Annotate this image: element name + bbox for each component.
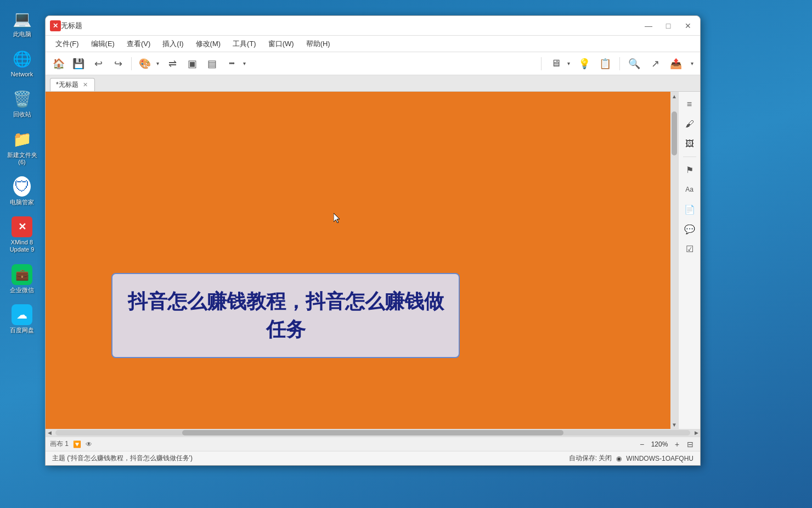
text-style-button[interactable]: Aa — [681, 181, 698, 198]
app-icon: ✕ — [50, 20, 61, 31]
mind-node-line2: 任务 — [266, 318, 306, 340]
desktop-icon-xmind-label: XMind 8 Update 9 — [10, 239, 35, 253]
main-content: 抖音怎么赚钱教程，抖音怎么赚钱做 任务 ▲ ▼ ≡ 🖌 🖼 ⚑ Aa 📄 — [46, 92, 700, 429]
auto-save-status: 自动保存: 关闭 — [569, 454, 612, 463]
desktop-icon-pc-manager[interactable]: 🛡 电脑管家 — [2, 174, 42, 208]
menu-tools[interactable]: 工具(T) — [227, 37, 262, 51]
undo-button[interactable]: ↩ — [89, 55, 107, 72]
close-button[interactable]: ✕ — [680, 20, 696, 31]
desktop-icon-recycle-label: 回收站 — [13, 111, 31, 118]
view-icon[interactable]: 👁 — [86, 440, 92, 448]
mind-node-text: 抖音怎么赚钱教程，抖音怎么赚钱做 任务 — [128, 288, 444, 343]
toolbar-separator-3 — [619, 57, 620, 70]
more-button[interactable]: ••• — [223, 55, 240, 72]
desktop-icon-folder-label: 新建文件夹 (6) — [7, 152, 37, 166]
scroll-up-arrow[interactable]: ▲ — [670, 92, 678, 101]
xmind-icon: ✕ — [11, 216, 33, 238]
more-arrow[interactable]: ▾ — [240, 55, 248, 72]
bulb-button[interactable]: 💡 — [576, 55, 593, 72]
canvas-area[interactable]: 抖音怎么赚钱教程，抖音怎么赚钱做 任务 — [46, 92, 670, 429]
present-arrow[interactable]: ▾ — [565, 55, 572, 72]
mind-node-line1: 抖音怎么赚钱教程，抖音怎么赚钱做 — [128, 290, 444, 312]
filter-icon[interactable]: 🔽 — [73, 440, 81, 448]
image-button[interactable]: 🖼 — [681, 136, 698, 152]
maximize-button[interactable]: □ — [661, 20, 676, 31]
bg-color-button[interactable]: 🎨 — [136, 55, 154, 72]
right-panel-separator-1 — [683, 157, 696, 157]
export-arrow[interactable]: ▾ — [688, 55, 696, 72]
desktop-icon-this-pc-label: 此电脑 — [13, 31, 31, 38]
notes-button[interactable]: 📋 — [596, 55, 614, 72]
status-left: 主题 ('抖音怎么赚钱教程，抖音怎么赚钱做任务') — [52, 454, 569, 463]
outline-button[interactable]: ≡ — [681, 96, 698, 113]
toolbar: 🏠 💾 ↩ ↪ 🎨 ▾ ⇌ ▣ ▤ ••• ▾ 🖥 ▾ — [46, 52, 700, 75]
tab-label: *无标题 — [56, 80, 78, 90]
save-button[interactable]: 💾 — [70, 55, 87, 72]
scroll-thumb[interactable] — [672, 111, 677, 155]
this-pc-icon: 💻 — [11, 8, 33, 30]
title-bar: ✕ 无标题 — □ ✕ — [46, 16, 700, 36]
scroll-down-arrow[interactable]: ▼ — [670, 420, 678, 429]
pc-manager-icon: 🛡 — [11, 176, 33, 198]
desktop-icon-qq[interactable]: ☁ 百度网盘 — [2, 302, 42, 336]
desktop-icon-new-folder[interactable]: 📁 新建文件夹 (6) — [2, 126, 42, 168]
horizontal-scroll-thumb[interactable] — [182, 430, 563, 436]
minimize-button[interactable]: — — [641, 20, 656, 31]
folder-icon: 📁 — [11, 129, 33, 150]
desktop-icon-wecom-label: 企业微信 — [10, 287, 34, 294]
menu-modify[interactable]: 修改(M) — [190, 37, 227, 51]
desktop: 💻 此电脑 🌐 Network 🗑️ 回收站 📁 新建文件夹 (6) 🛡 电脑管… — [0, 0, 812, 508]
tab-close-button[interactable]: ✕ — [82, 81, 89, 88]
present-group: 🖥 ▾ — [547, 55, 572, 72]
image-placeholder-button[interactable]: ▣ — [183, 55, 201, 72]
search-button[interactable]: 🔍 — [625, 55, 643, 72]
share-button[interactable]: ↗ — [646, 55, 664, 72]
mind-map-node[interactable]: 抖音怎么赚钱教程，抖音怎么赚钱做 任务 — [111, 273, 460, 358]
exchange-button[interactable]: ⇌ — [163, 55, 181, 72]
desktop-icon-qq-label: 百度网盘 — [10, 327, 34, 334]
scroll-left-arrow[interactable]: ◀ — [46, 429, 53, 437]
qq-icon: ☁ — [11, 304, 33, 326]
bg-color-group: 🎨 ▾ — [136, 55, 161, 72]
brush-button[interactable]: 🖌 — [681, 116, 698, 132]
menu-window[interactable]: 窗口(W) — [263, 37, 300, 51]
desktop-icon-wecom[interactable]: 💼 企业微信 — [2, 261, 42, 296]
vertical-scrollbar[interactable]: ▲ ▼ — [670, 92, 678, 429]
redo-button[interactable]: ↪ — [109, 55, 127, 72]
menu-edit[interactable]: 编辑(E) — [86, 37, 120, 51]
fit-button[interactable]: ⊟ — [685, 439, 696, 450]
scroll-right-arrow[interactable]: ▶ — [692, 429, 700, 437]
menu-insert[interactable]: 插入(I) — [157, 37, 189, 51]
menu-help[interactable]: 帮助(H) — [301, 37, 336, 51]
toolbar-right: 🖥 ▾ 💡 📋 🔍 ↗ 📤 ▾ — [539, 55, 696, 72]
menu-file[interactable]: 文件(F) — [50, 37, 84, 51]
notes-panel-button[interactable]: 📄 — [681, 201, 698, 217]
window-controls: — □ ✕ — [641, 20, 696, 31]
desktop-icon-recycle[interactable]: 🗑️ 回收站 — [2, 86, 42, 120]
flag-button[interactable]: ⚑ — [681, 161, 698, 178]
tab-untitled[interactable]: *无标题 ✕ — [50, 78, 95, 91]
desktop-icon-area: 💻 此电脑 🌐 Network 🗑️ 回收站 📁 新建文件夹 (6) 🛡 电脑管… — [0, 0, 44, 508]
comment-button[interactable]: 💬 — [681, 221, 698, 237]
recycle-bin-icon: 🗑️ — [11, 88, 33, 110]
desktop-icon-xmind[interactable]: ✕ XMind 8 Update 9 — [2, 214, 42, 255]
bg-color-arrow[interactable]: ▾ — [154, 55, 161, 72]
right-panel: ≡ 🖌 🖼 ⚑ Aa 📄 💬 ☑ — [678, 92, 700, 429]
zoom-plus-button[interactable]: + — [672, 439, 683, 450]
wecom-icon: 💼 — [11, 264, 33, 286]
export-button[interactable]: 📤 — [667, 55, 685, 72]
more-group: ••• ▾ — [223, 55, 248, 72]
zoom-controls: − 120% + ⊟ — [636, 439, 696, 450]
zoom-minus-button[interactable]: − — [636, 439, 647, 450]
desktop-icon-network[interactable]: 🌐 Network — [2, 46, 42, 80]
present-button[interactable]: 🖥 — [547, 55, 565, 72]
horizontal-scroll-track[interactable] — [55, 430, 690, 436]
toolbar-separator-1 — [131, 57, 132, 70]
home-button[interactable]: 🏠 — [50, 55, 67, 72]
app-window: ✕ 无标题 — □ ✕ 文件(F) 编辑(E) 查看(V) 插入(I) 修改(M… — [45, 15, 701, 466]
box-button[interactable]: ▤ — [203, 55, 221, 72]
task-button[interactable]: ☑ — [681, 241, 698, 257]
desktop-icon-this-pc[interactable]: 💻 此电脑 — [2, 5, 42, 40]
menu-view[interactable]: 查看(V) — [121, 37, 156, 51]
bottom-scrollbar: ◀ ▶ — [46, 429, 700, 437]
